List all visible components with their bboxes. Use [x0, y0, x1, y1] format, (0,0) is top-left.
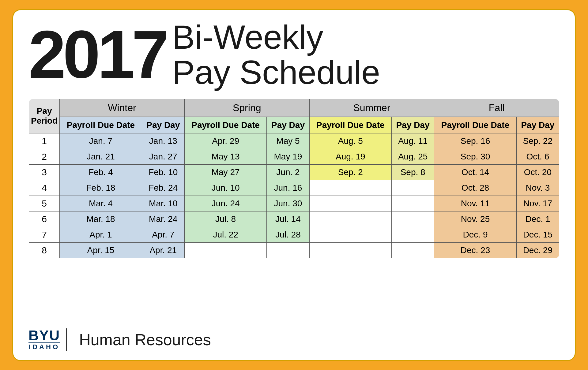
data-cell: Apr. 15 [60, 243, 142, 259]
fall-due-header: Payroll Due Date [434, 117, 517, 133]
data-cell: Nov. 11 [434, 196, 517, 211]
data-cell: Dec. 23 [434, 243, 517, 259]
byu-logo: BYU IDAHO [28, 328, 67, 351]
winter-due-header: Payroll Due Date [60, 117, 142, 133]
data-cell: Feb. 18 [60, 180, 142, 196]
data-cell: Aug. 25 [392, 149, 434, 165]
period-cell: 7 [29, 227, 60, 243]
data-cell [392, 196, 434, 211]
fall-pay-header: Pay Day [516, 117, 559, 133]
data-cell: Jun. 24 [184, 196, 267, 211]
data-cell [309, 227, 392, 243]
data-cell: Jan. 13 [142, 133, 184, 149]
period-cell: 2 [29, 149, 60, 165]
data-cell [392, 180, 434, 196]
data-cell [309, 211, 392, 227]
summer-due-header: Payroll Due Date [309, 117, 392, 133]
winter-season-header: Winter [60, 99, 185, 117]
data-cell: Sep. 16 [434, 133, 517, 149]
footer: BYU IDAHO Human Resources [28, 325, 560, 351]
table-row: 5Mar. 4Mar. 10Jun. 24Jun. 30Nov. 11Nov. … [29, 196, 559, 211]
data-cell: Mar. 18 [60, 211, 142, 227]
data-cell: Apr. 29 [184, 133, 267, 149]
data-cell: Mar. 10 [142, 196, 184, 211]
spring-pay-header: Pay Day [267, 117, 309, 133]
data-cell: Jul. 22 [184, 227, 267, 243]
data-cell: Jan. 7 [60, 133, 142, 149]
data-cell: Mar. 24 [142, 211, 184, 227]
data-cell: Apr. 21 [142, 243, 184, 259]
data-cell: Jun. 2 [267, 165, 309, 180]
data-cell: Jun. 30 [267, 196, 309, 211]
table-row: 1Jan. 7Jan. 13Apr. 29May 5Aug. 5Aug. 11S… [29, 133, 559, 149]
pay-schedule-table: Pay Period Winter Spring Summer Fall Pay… [28, 99, 560, 259]
schedule-table-wrapper: Pay Period Winter Spring Summer Fall Pay… [28, 99, 560, 316]
data-cell: May 27 [184, 165, 267, 180]
data-cell: Aug. 5 [309, 133, 392, 149]
winter-pay-header: Pay Day [142, 117, 184, 133]
data-cell: Nov. 25 [434, 211, 517, 227]
main-card: 2017 Bi-Weekly Pay Schedule Pay Period W… [12, 9, 576, 361]
data-cell: Sep. 8 [392, 165, 434, 180]
period-cell: 8 [29, 243, 60, 259]
period-cell: 4 [29, 180, 60, 196]
data-cell: Sep. 2 [309, 165, 392, 180]
data-cell: Dec. 1 [516, 211, 559, 227]
summer-pay-header: Pay Day [392, 117, 434, 133]
data-cell [392, 227, 434, 243]
col-headers-row: Payroll Due Date Pay Day Payroll Due Dat… [29, 117, 559, 133]
data-cell: Jan. 21 [60, 149, 142, 165]
data-cell: Dec. 29 [516, 243, 559, 259]
title-line2: Pay Schedule [172, 53, 380, 91]
data-cell: Jul. 14 [267, 211, 309, 227]
table-body: 1Jan. 7Jan. 13Apr. 29May 5Aug. 5Aug. 11S… [29, 133, 559, 259]
period-cell: 1 [29, 133, 60, 149]
table-row: 2Jan. 21Jan. 27May 13May 19Aug. 19Aug. 2… [29, 149, 559, 165]
data-cell: Jul. 8 [184, 211, 267, 227]
table-row: 3Feb. 4Feb. 10May 27Jun. 2Sep. 2Sep. 8Oc… [29, 165, 559, 180]
data-cell: Jul. 28 [267, 227, 309, 243]
data-cell: Sep. 30 [434, 149, 517, 165]
data-cell: Oct. 28 [434, 180, 517, 196]
data-cell: Dec. 9 [434, 227, 517, 243]
data-cell: Feb. 24 [142, 180, 184, 196]
header: 2017 Bi-Weekly Pay Schedule [28, 19, 560, 90]
data-cell [309, 180, 392, 196]
pay-period-header: Pay Period [29, 99, 60, 133]
data-cell [392, 211, 434, 227]
period-cell: 5 [29, 196, 60, 211]
table-row: 6Mar. 18Mar. 24Jul. 8Jul. 14Nov. 25Dec. … [29, 211, 559, 227]
data-cell: Oct. 14 [434, 165, 517, 180]
period-cell: 3 [29, 165, 60, 180]
data-cell: Apr. 1 [60, 227, 142, 243]
data-cell: May 13 [184, 149, 267, 165]
fall-season-header: Fall [434, 99, 559, 117]
period-cell: 6 [29, 211, 60, 227]
data-cell [184, 243, 267, 259]
data-cell [267, 243, 309, 259]
data-cell: Apr. 7 [142, 227, 184, 243]
spring-due-header: Payroll Due Date [184, 117, 267, 133]
idaho-name: IDAHO [28, 342, 60, 351]
table-row: 7Apr. 1Apr. 7Jul. 22Jul. 28Dec. 9Dec. 15 [29, 227, 559, 243]
data-cell: Feb. 4 [60, 165, 142, 180]
data-cell: Dec. 15 [516, 227, 559, 243]
title-line1: Bi-Weekly [172, 18, 323, 56]
data-cell: Feb. 10 [142, 165, 184, 180]
data-cell [309, 196, 392, 211]
data-cell: Mar. 4 [60, 196, 142, 211]
data-cell: Jun. 10 [184, 180, 267, 196]
summer-season-header: Summer [309, 99, 434, 117]
data-cell: May 19 [267, 149, 309, 165]
data-cell: Aug. 19 [309, 149, 392, 165]
season-row: Pay Period Winter Spring Summer Fall [29, 99, 559, 117]
data-cell: Nov. 3 [516, 180, 559, 196]
data-cell: Jan. 27 [142, 149, 184, 165]
data-cell: Jun. 16 [267, 180, 309, 196]
data-cell: May 5 [267, 133, 309, 149]
byu-name: BYU [28, 328, 60, 342]
data-cell: Sep. 22 [516, 133, 559, 149]
data-cell: Aug. 11 [392, 133, 434, 149]
data-cell [392, 243, 434, 259]
data-cell: Oct. 20 [516, 165, 559, 180]
